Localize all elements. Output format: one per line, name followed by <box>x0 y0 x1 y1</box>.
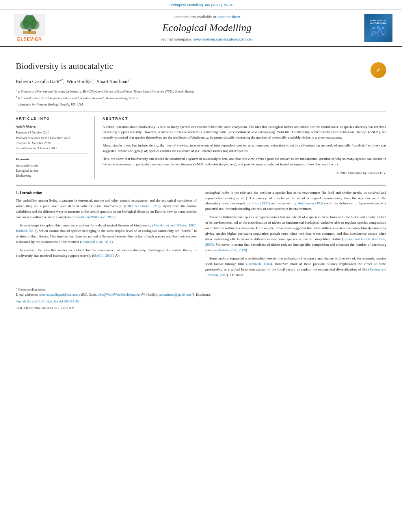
crossmark-badge[interactable]: ✓ <box>370 62 386 78</box>
intro-left-col: 1. Introduction The variability among li… <box>16 190 197 281</box>
cbd-link[interactable]: CBD Secretariat, 1992 <box>125 204 159 208</box>
svg-point-8 <box>372 27 375 29</box>
abstract-heading: ABSTRACT <box>102 116 386 121</box>
svg-point-9 <box>377 26 380 28</box>
keywords-label: Keywords: <box>16 157 88 162</box>
author3-link[interactable]: Stuart Kauffman <box>97 79 128 84</box>
keyword-3: Biodiversity <box>16 174 88 178</box>
keyword-1: Autocatalytic sets <box>16 163 88 168</box>
article-title: Biodiversity is autocatalytic <box>16 60 365 72</box>
bastolla-link[interactable]: Bastolla et al., 2009 <box>218 248 246 252</box>
mcgill-link[interactable]: McGill, 2003 <box>93 254 113 258</box>
issn-line: 0304-3800/© 2016 Published by Elsevier B… <box>16 306 386 310</box>
doi-line: http://dx.doi.org/10.1016/j.ecolmodel.20… <box>16 299 386 304</box>
journal-title: Ecological Modelling <box>55 21 359 35</box>
journal-logo-box: ECOLOGICAL MODELLING <box>364 14 393 42</box>
page: Ecological Modelling 346 (2017) 70–76 <box>0 0 402 532</box>
email1-link[interactable]: robertocazzollagatti@mail.tsu.ru <box>39 293 80 297</box>
journal-center: Contents lists available at ScienceDirec… <box>51 14 363 42</box>
authors-line: Roberto Cazzolla Gattia,*, Wim Hordijkb,… <box>16 78 386 85</box>
affiliation-a: a a Biological Diversity and Ecology Lab… <box>16 88 386 94</box>
intro-right-p2: These multidimensional spaces or hypervo… <box>205 215 386 253</box>
keyword-2: Ecological niches <box>16 169 88 173</box>
copyright-line: © 2016 Published by Elsevier B.V. <box>102 171 386 176</box>
received-date: Received 14 October 2016 <box>16 130 88 135</box>
benton-link[interactable]: Benton and Emerson, 2007 <box>205 267 386 277</box>
affiliation-c: c c Institute for Systems Biology, Seatt… <box>16 101 386 107</box>
doi-link[interactable]: http://dx.doi.org/10.1016/j.ecolmodel.20… <box>16 300 80 303</box>
journal-homepage-line: journal homepage: www.elsevier.com/locat… <box>55 37 359 42</box>
intro-section-title: 1. Introduction <box>16 190 197 196</box>
bambach-link[interactable]: Bambach, 1983 <box>248 262 271 266</box>
intro-right-p1: ecological niche is the role and the pos… <box>205 190 386 212</box>
email3-link[interactable]: stukauffman@gmail.com <box>159 293 191 297</box>
sciencedirect-line: Contents lists available at ScienceDirec… <box>55 14 359 19</box>
intro-left-p3: In contrast, the idea that niches are cr… <box>16 248 197 259</box>
intro-right-text: ecological niche is the role and the pos… <box>205 190 386 278</box>
affiliations: a a Biological Diversity and Ecology Lab… <box>16 88 386 107</box>
article-info-heading: ARTICLE INFO <box>16 116 88 121</box>
intro-left-p1: The variability among living organisms i… <box>16 198 197 220</box>
intro-left-p2: In an attempt to explain this issue, som… <box>16 223 197 245</box>
intro-left-text: The variability among living organisms i… <box>16 198 197 258</box>
abstract-p1: A central question about biodiversity is… <box>102 124 386 141</box>
article-info-abstract-section: ARTICLE INFO Article history: Received 1… <box>16 111 386 179</box>
elsevier-logo: ELSEVIER <box>8 14 51 42</box>
article-info-col: ARTICLE INFO Article history: Received 1… <box>16 116 95 179</box>
main-content: Biodiversity is autocatalytic ✓ Roberto … <box>0 47 402 318</box>
intro-two-col: 1. Introduction The variability among li… <box>16 190 386 281</box>
author1-link[interactable]: Roberto Cazzolla Gatti <box>16 79 60 84</box>
email2-link[interactable]: wim@WorldWideWanderings.net <box>98 293 140 297</box>
elsevier-tree-graphic <box>14 14 45 35</box>
crossmark-icon: ✓ <box>376 67 381 74</box>
email-addresses-note: E-mail addresses: robertocazzollagatti@m… <box>16 293 386 297</box>
elsevier-label: ELSEVIER <box>17 36 42 42</box>
hutchinson-link[interactable]: Hutchinson (1957) <box>298 201 325 205</box>
author2-link[interactable]: Wim Hordijk <box>67 79 92 84</box>
intro-right-col: ecological niche is the role and the pos… <box>205 190 386 281</box>
abstract-p3: Here, we show that biodiversity can inde… <box>102 156 386 167</box>
corresponding-author-note: * Corresponding author. <box>16 287 386 292</box>
abstract-text: A central question about biodiversity is… <box>102 124 386 168</box>
journal-logo-right: ECOLOGICAL MODELLING <box>363 14 394 42</box>
body-section: 1. Introduction The variability among li… <box>16 185 386 311</box>
levine-link[interactable]: Levine and HilleRisLambers, 2009 <box>205 237 386 247</box>
homepage-link[interactable]: www.elsevier.com/locate/ecolmodel <box>194 37 252 41</box>
abstract-p2: Along similar lines, but independently, … <box>102 143 386 154</box>
affiliation-b: b b Konrad Lorenz Institute for Evolutio… <box>16 95 386 101</box>
received-revised-date: Received in revised form 5 December 2016 <box>16 136 88 140</box>
intro-right-p3: Some authors suggested a relationship be… <box>205 256 386 278</box>
journal-ref-link[interactable]: Ecological Modelling 346 (2017) 70–76 <box>169 3 233 7</box>
sherratt-link[interactable]: Sherratt and Wilkinson, 2009 <box>73 215 114 219</box>
accepted-date: Accepted 6 December 2016 <box>16 141 88 145</box>
rosindell-link[interactable]: Rosindell et al., 2011 <box>81 240 111 244</box>
abstract-col: ABSTRACT A central question about biodiv… <box>102 116 386 179</box>
available-online-date: Available online 3 January 2017 <box>16 146 88 150</box>
article-history-label: Article history: <box>16 124 88 129</box>
footnotes: * Corresponding author. E-mail addresses… <box>16 285 386 311</box>
svg-point-10 <box>382 27 384 29</box>
journal-header: ELSEVIER Contents lists available at Sci… <box>0 10 402 47</box>
sciencedirect-link[interactable]: ScienceDirect <box>217 15 240 19</box>
elton-link[interactable]: Elton (1927) <box>251 201 270 205</box>
info-divider <box>16 154 88 154</box>
journal-ref-bar: Ecological Modelling 346 (2017) 70–76 <box>0 0 402 10</box>
macarthur-link[interactable]: MacArthur and Wilson, 1967; Hubbell, 200… <box>16 223 197 233</box>
